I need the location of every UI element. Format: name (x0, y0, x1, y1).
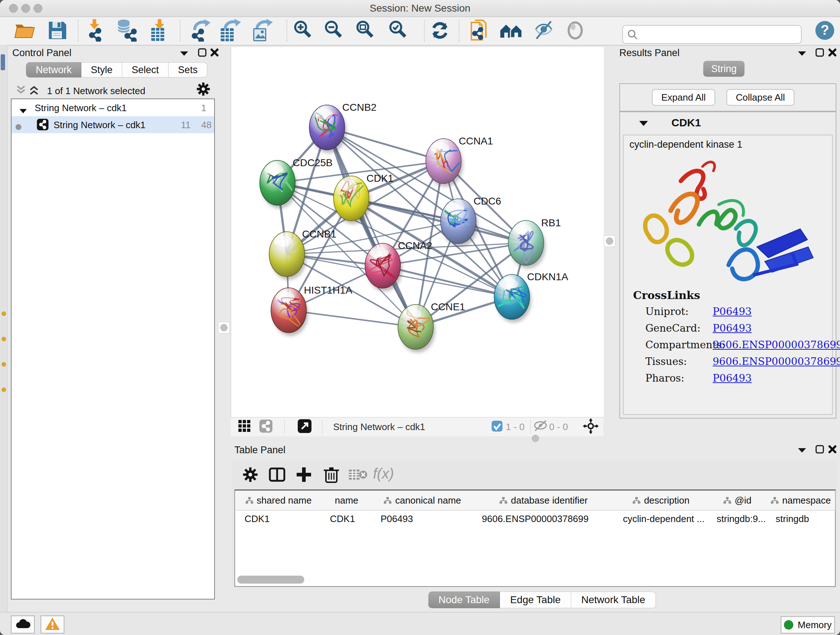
cell-description[interactable]: cyclin-dependent ... (623, 511, 706, 527)
toolbar-gray-eye-button[interactable] (566, 20, 584, 42)
section-caret-icon[interactable] (639, 120, 648, 128)
table-panel-title: Table Panel (234, 445, 286, 456)
left-splitter-handle[interactable] (218, 322, 230, 333)
cell--id[interactable]: stringdb:9... (717, 511, 766, 527)
edge-CCNB2-CCNE1[interactable] (327, 127, 416, 327)
toolbar-import-database-button[interactable] (114, 19, 137, 43)
toolbar-separator (459, 20, 459, 42)
node-label-CCNA1: CCNA1 (459, 135, 493, 147)
crosslink-link[interactable]: P06493 (713, 322, 752, 334)
crosslinks-heading: CrossLinks (633, 289, 700, 302)
toolbar-zoom-out-button[interactable] (324, 20, 345, 42)
toolbar-import-table-button[interactable] (149, 19, 169, 43)
toolbar-export-image-button[interactable] (251, 19, 273, 43)
warning-icon (44, 617, 60, 632)
plus-icon[interactable] (296, 467, 312, 484)
node-label-CDK1: CDK1 (366, 173, 393, 184)
crosslink-link[interactable]: 9606.ENSP00000378699 (713, 356, 840, 367)
collapse-all-chevron-icon[interactable] (15, 85, 27, 97)
cell-name[interactable]: CDK1 (330, 511, 370, 527)
column-header-database-identifier[interactable]: database identifier (473, 491, 615, 510)
horizontal-splitter[interactable] (228, 436, 840, 441)
crosshair-icon[interactable] (583, 418, 599, 435)
column-header-name[interactable]: name (321, 491, 372, 510)
eye-slash-icon (533, 36, 554, 42)
panel-close-icon[interactable] (210, 48, 219, 59)
table-scrollbar[interactable] (237, 576, 304, 584)
toolbar-save-floppy-button[interactable] (47, 20, 68, 42)
tab-edge-table[interactable]: Edge Table (500, 592, 571, 608)
network-collection-row[interactable]: String Network – cdk1 1 (11, 99, 214, 116)
toolbar-export-network-button[interactable] (189, 19, 211, 43)
columns-icon[interactable] (269, 467, 286, 484)
tab-sets[interactable]: Sets (169, 62, 207, 78)
node-table[interactable]: shared namenamecanonical namedatabase id… (234, 489, 836, 587)
toolbar-zoom-in-button[interactable] (294, 20, 314, 42)
toolbar-open-folder-button[interactable] (14, 20, 36, 42)
collapse-all-button[interactable]: Collapse All (726, 89, 794, 106)
cell-canonical-name[interactable]: P06493 (381, 511, 472, 527)
cell-namespace[interactable]: stringdb (775, 511, 834, 527)
cell-shared-name[interactable]: CDK1 (245, 511, 320, 527)
panel-collapse-icon[interactable] (180, 51, 188, 58)
expand-all-chevron-icon[interactable] (28, 85, 40, 97)
node-count: 11 (181, 119, 191, 131)
grid-view-icon[interactable] (238, 420, 251, 434)
panel-close-icon[interactable] (828, 48, 837, 59)
network-options-gear-icon[interactable] (197, 82, 210, 97)
crosslink-link[interactable]: P06493 (713, 372, 752, 384)
tab-style[interactable]: Style (81, 62, 122, 78)
search-input[interactable] (640, 27, 797, 41)
trash-icon[interactable] (323, 466, 340, 485)
toolbar-help-button[interactable]: ? (815, 21, 835, 42)
gear-icon[interactable] (243, 467, 257, 483)
svg-text:f(x): f(x) (373, 466, 394, 481)
detach-view-icon[interactable] (298, 419, 311, 434)
network-row-selected[interactable]: String Network – cdk1 11 48 (11, 116, 214, 133)
panel-collapse-icon[interactable] (798, 448, 806, 455)
column-header-namespace[interactable]: namespace (767, 491, 835, 510)
panel-float-icon[interactable] (815, 48, 824, 59)
panel-collapse-icon[interactable] (798, 51, 806, 58)
search-box[interactable] (622, 25, 802, 44)
toolbar-houses-button[interactable] (500, 20, 523, 42)
panel-float-icon[interactable] (197, 48, 207, 59)
column-header-canonical-name[interactable]: canonical name (372, 491, 474, 510)
cell-database-identifier[interactable]: 9606.ENSP00000378699 (482, 511, 613, 527)
network-view-mode-icon[interactable] (259, 420, 272, 434)
toolbar-zoom-selected-button[interactable] (388, 20, 409, 42)
tab-network-table[interactable]: Network Table (571, 592, 656, 608)
zoom-fit-icon (355, 36, 377, 42)
column-header-description[interactable]: description (614, 491, 708, 510)
column-header-shared-name[interactable]: shared name (236, 491, 322, 510)
expand-all-button[interactable]: Expand All (652, 89, 715, 106)
warning-button[interactable] (41, 616, 65, 633)
right-splitter-handle[interactable] (604, 235, 615, 247)
tab-network[interactable]: Network (26, 62, 81, 78)
column-header--id[interactable]: @id (708, 491, 767, 510)
toolbar-export-table-button[interactable] (219, 19, 241, 43)
network-canvas[interactable]: CCNB2CCNA1CDC25BCDK1CDC6RB1CCNB1CCNA2CDK… (231, 47, 604, 417)
edge-count: 48 (201, 119, 212, 131)
cloud-button[interactable] (11, 616, 35, 633)
toolbar-zoom-fit-button[interactable] (355, 20, 377, 42)
selected-checkbox-icon[interactable] (491, 420, 503, 433)
toolbar-eye-slash-button[interactable] (533, 20, 554, 42)
expander-caret-icon[interactable] (19, 105, 27, 116)
tab-node-table[interactable]: Node Table (428, 592, 500, 608)
toolbar-refresh-button[interactable] (429, 20, 450, 42)
column-label: shared name (257, 495, 312, 506)
crosslink-link[interactable]: P06493 (713, 306, 752, 318)
zoom-selected-icon (388, 36, 409, 42)
toolbar-import-network-button[interactable] (85, 19, 105, 43)
toolbar-document-network-button[interactable] (470, 19, 490, 43)
toolbar-separator (78, 20, 79, 42)
tree-column-icon (723, 495, 731, 506)
panel-close-icon[interactable] (828, 445, 837, 455)
tab-string[interactable]: String (703, 61, 745, 77)
panel-float-icon[interactable] (815, 445, 824, 455)
crosslink-link[interactable]: 9606.ENSP00000378699 (713, 339, 840, 351)
memory-button[interactable]: Memory (781, 616, 835, 633)
tab-select[interactable]: Select (122, 62, 169, 78)
node-label-CCNB2: CCNB2 (342, 102, 377, 113)
